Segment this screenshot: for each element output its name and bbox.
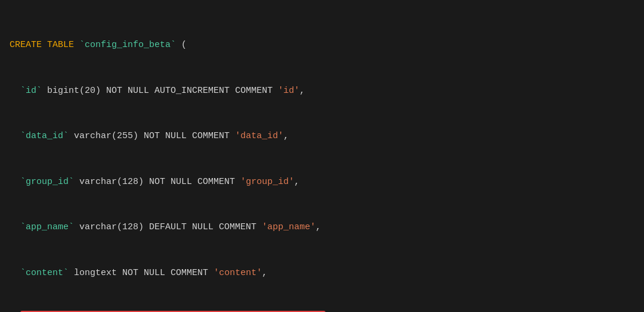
code-line-4: `group_id` varchar(128) NOT NULL COMMENT… [10,174,634,190]
code-line-2: `id` bigint(20) NOT NULL AUTO_INCREMENT … [10,83,634,99]
code-line-6: `content` longtext NOT NULL COMMENT 'con… [10,266,634,281]
code-line-3: `data_id` varchar(255) NOT NULL COMMENT … [10,129,634,144]
code-line-5: `app_name` varchar(128) DEFAULT NULL COM… [10,220,634,235]
code-container: CREATE TABLE `config_info_beta` ( `id` b… [0,5,644,312]
code-line-1: CREATE TABLE `config_info_beta` ( [10,38,634,53]
